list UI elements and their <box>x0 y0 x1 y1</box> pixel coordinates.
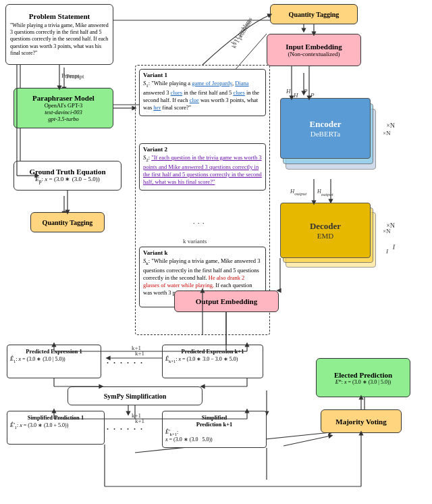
qty-tag-left-title: Quantity Tagging <box>43 219 93 226</box>
variantk-title: Variant k <box>143 249 262 256</box>
sympy-box: SymPy Simplification <box>68 386 202 405</box>
encoder-layers: Encoder DeBERTa ×N <box>280 98 381 179</box>
predkp1-label: Predicted Expression k+1 <box>165 348 260 355</box>
ground-truth-title: Ground Truth Equation <box>29 168 105 176</box>
svg-line-23 <box>284 436 331 446</box>
simp1-label: Simplified Prediction 1 <box>10 414 101 421</box>
k-variants-label: k variants <box>183 238 207 245</box>
elected-prediction-box: Elected Prediction E*: x = (3.0 ∗ (3.0 |… <box>316 358 410 397</box>
output-embedding-box: Output Embedding <box>174 291 279 312</box>
elected-title: Elected Prediction <box>334 371 392 379</box>
paraphraser-sub2: text-davinci-003 <box>45 109 82 116</box>
diagram: Problem Statement "While playing a trivi… <box>0 0 432 504</box>
svg-text:I: I <box>385 248 389 255</box>
k-plus-1-simp-label: k+1 <box>135 418 144 424</box>
k-plus-1-pred-label: k+1 <box>135 350 144 357</box>
simp-pred-1-box: Simplified Prediction 1 Ê'1: x = (3.0 ∗ … <box>7 411 105 445</box>
simp-pred-kp1-box: SimplifiedPrediction k+1 Ê'k+1:x = (3.0 … <box>162 411 267 448</box>
variant2-box: Variant 2 S2: "If each question in the t… <box>139 143 266 191</box>
qty-tag-top-title: Quantity Tagging <box>289 11 340 18</box>
encoder-label: Encoder <box>310 119 342 130</box>
simp1-eq: Ê'1: x = (3.0 ∗ (3.0 + 5.0)) <box>10 422 101 430</box>
i-label: I <box>393 243 395 251</box>
majority-voting-box: Majority Voting <box>321 409 402 433</box>
svg-text:H: H <box>286 88 291 95</box>
k-plus-1-problems-label: k+1 problems <box>230 16 253 45</box>
input-embedding-box: Input Embedding (Non-contextualized) <box>267 34 361 66</box>
times-n2-label: ×N <box>386 222 395 229</box>
ground-truth-box: Ground Truth Equation Ep: x = (3.0 ∗ (3.… <box>14 161 122 191</box>
variant2-title: Variant 2 <box>143 146 262 153</box>
decoder-label: Decoder <box>310 221 341 232</box>
pred-expr-1-box: Predicted Expression 1 Ê1: x = (3.0 ∗ (3… <box>7 345 101 378</box>
ground-truth-eq: Ep: x = (3.0 ∗ (3.0 − 5.0)) <box>35 176 99 184</box>
decoder-subtitle: EMD <box>317 232 333 240</box>
svg-text:×N: ×N <box>383 130 391 136</box>
variant2-text: S2: "If each question in the trivia game… <box>143 154 262 186</box>
predkp1-eq: Êk+1: x = (3.0 ∗ 3.0 − 3.0 ∗ 5.0) <box>165 356 260 363</box>
pred1-eq: Ê1: x = (3.0 ∗ (3.0 | 5.0)) <box>10 356 98 363</box>
decoder-layers: Decoder EMD ×N I <box>280 203 381 274</box>
paraphraser-sub3: gpt-3.5-turbo <box>48 116 79 122</box>
problem-statement-title: Problem Statement <box>10 12 109 20</box>
simpkp1-label: SimplifiedPrediction k+1 <box>165 414 263 428</box>
majority-voting-title: Majority Voting <box>335 418 386 426</box>
prompt-label: Prompt <box>66 73 84 80</box>
quantity-tagging-top-box: Quantity Tagging <box>270 4 358 24</box>
dots2: · · · · · · <box>107 424 144 434</box>
times-n-label: ×N <box>386 122 395 129</box>
paraphraser-sub1: OpenAI's GPT-3 <box>45 102 83 109</box>
h-output-label: Houtput <box>290 188 306 197</box>
simpkp1-eq: Ê'k+1:x = (3.0 ∗ (3.0 5.0)) <box>165 429 263 443</box>
svg-text:P: P <box>303 88 308 95</box>
elected-eq: E*: x = (3.0 ∗ (3.0 | 5.0)) <box>335 379 391 385</box>
problem-statement-box: Problem Statement "While playing a trivi… <box>5 4 113 65</box>
svg-text:Houtput: Houtput <box>317 188 334 197</box>
input-embedding-title: Input Embedding <box>286 43 342 51</box>
paraphraser-box: Paraphraser Model OpenAI's GPT-3 text-da… <box>14 88 113 128</box>
problem-statement-text: "While playing a trivia game, Mike answe… <box>10 22 109 57</box>
dots-between-variants: · · · <box>193 220 205 227</box>
sympy-label: SymPy Simplification <box>104 393 167 400</box>
pred1-label: Predicted Expression 1 <box>10 348 98 355</box>
variant1-box: Variant 1 S1: "While playing a game of J… <box>139 69 266 116</box>
output-embedding-title: Output Embedding <box>196 297 257 305</box>
variant1-title: Variant 1 <box>143 72 262 78</box>
encoder-subtitle: DeBERTa <box>310 130 340 138</box>
variant1-text: S1: "While playing a game of Jeopardy, D… <box>143 80 262 111</box>
dots1: · · · · · · <box>107 358 144 368</box>
quantity-tagging-left-box: Quantity Tagging <box>30 212 105 232</box>
paraphraser-title: Paraphraser Model <box>32 94 94 102</box>
input-embedding-sub: (Non-contextualized) <box>288 51 340 57</box>
pred-expr-kp1-box: Predicted Expression k+1 Êk+1: x = (3.0 … <box>162 345 263 378</box>
